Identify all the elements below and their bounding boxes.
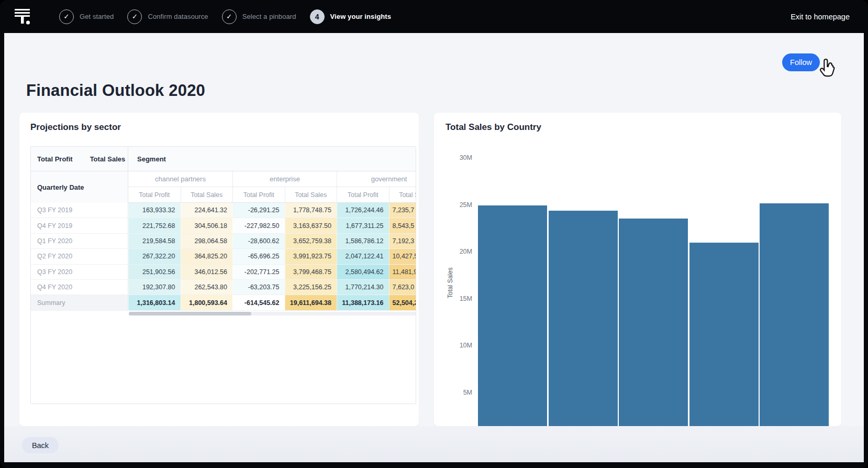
value-cell: 1,726,244.46 xyxy=(337,203,389,217)
value-cell: 262,543.80 xyxy=(181,280,233,295)
y-tick-20M: 20M xyxy=(441,248,472,255)
row-label: Q4 FY 2020 xyxy=(31,280,128,295)
value-cell: -26,291.25 xyxy=(232,203,285,217)
value-cell: 3,163,637.50 xyxy=(285,218,337,233)
exit-to-homepage-link[interactable]: Exit to homepage xyxy=(791,13,850,21)
y-tick-30M: 30M xyxy=(441,154,472,161)
value-cell: 7,192,3 xyxy=(389,234,417,248)
onboarding-top-bar: ✓Get started✓Confirm datasource✓Select a… xyxy=(0,0,868,33)
follow-button[interactable]: Follow xyxy=(782,53,820,71)
value-cell: 11,388,173.16 xyxy=(337,295,389,310)
step-number: 4 xyxy=(310,9,325,24)
table-row: Q3 FY 2020251,902.56346,012.56-202,771.2… xyxy=(31,265,416,280)
subheader-total-sales: Total Sales xyxy=(181,187,233,203)
value-cell: 7,623,0 xyxy=(389,280,417,295)
value-cell: 192,307.80 xyxy=(128,280,181,295)
value-cell: 163,933.32 xyxy=(128,203,181,217)
value-cell: 224,641.32 xyxy=(181,203,233,217)
measure-label-total-sales: Total Sales xyxy=(90,155,126,163)
step-label: Confirm datasource xyxy=(148,13,208,20)
bar-2[interactable] xyxy=(549,211,618,426)
table-row: Q1 FY 2020219,584.58298,064.58-28,600.62… xyxy=(31,234,416,249)
y-tick-5M: 5M xyxy=(441,389,472,396)
table-row: Q4 FY 2019221,752.68304,506.18-227,982.5… xyxy=(31,218,416,233)
measure-label-total-profit: Total Profit xyxy=(37,155,73,163)
y-tick-10M: 10M xyxy=(441,342,472,349)
thoughtspot-logo-icon xyxy=(15,8,30,25)
value-cell: 3,799,468.75 xyxy=(285,265,337,279)
subheader-total-profit: Total Profit xyxy=(128,187,181,203)
pivot-segment-header-cell: Segment xyxy=(128,147,416,171)
value-cell: -227,982.50 xyxy=(232,218,285,233)
bar-4[interactable] xyxy=(689,243,759,426)
page-title: Financial Outlook 2020 xyxy=(26,81,205,100)
step-3-select-a-pinboard[interactable]: ✓Select a pinboard xyxy=(222,9,296,24)
y-tick-15M: 15M xyxy=(441,295,472,302)
step-label: Get started xyxy=(80,13,114,20)
step-4-view-your-insights[interactable]: 4View your insights xyxy=(310,9,391,24)
value-cell: 219,584.58 xyxy=(128,234,181,248)
bar-3[interactable] xyxy=(619,219,688,426)
bar-5[interactable] xyxy=(760,203,829,426)
quarterly-date-label: Quarterly Date xyxy=(37,183,84,191)
segment-label: Segment xyxy=(137,155,166,163)
value-cell: 11,481,9 xyxy=(389,265,417,279)
y-tick-25M: 25M xyxy=(441,201,472,209)
value-cell: 1,778,748.75 xyxy=(285,203,337,217)
table-row: Q2 FY 2020267,322.20364,825.20-65,696.25… xyxy=(31,249,416,264)
row-label: Q2 FY 2020 xyxy=(31,249,128,264)
pivot-measures-header-row: Total Profit Total Sales Segment xyxy=(31,147,416,171)
table-row: Q3 FY 2019163,933.32224,641.32-26,291.25… xyxy=(31,203,416,218)
pivot-row-dimension-cell: Quarterly Date xyxy=(31,171,128,203)
step-check-icon: ✓ xyxy=(59,9,74,24)
row-label: Summary xyxy=(31,295,128,310)
step-label: Select a pinboard xyxy=(242,13,296,20)
group-header-government: government xyxy=(337,171,416,187)
value-cell: 364,825.20 xyxy=(181,249,233,264)
value-cell: 3,225,156.25 xyxy=(285,280,337,295)
group-header-channel-partners: channel partners xyxy=(128,171,232,187)
measure-subheader-row: Total ProfitTotal SalesTotal ProfitTotal… xyxy=(128,187,416,203)
pivot-column-header-row: Quarterly Date channel partnersenterpris… xyxy=(31,171,416,203)
row-label: Q1 FY 2020 xyxy=(31,234,128,248)
group-header-enterprise: enterprise xyxy=(232,171,337,187)
value-cell: 1,770,214.30 xyxy=(337,280,389,295)
step-2-confirm-datasource[interactable]: ✓Confirm datasource xyxy=(127,9,208,24)
pivot-measures-cell: Total Profit Total Sales xyxy=(31,147,128,171)
table-row: Q4 FY 2020192,307.80262,543.80-63,203.75… xyxy=(31,280,416,295)
pivot-card-title: Projections by sector xyxy=(30,122,121,133)
value-cell: -63,203.75 xyxy=(232,280,285,295)
value-cell: -28,600.62 xyxy=(232,234,285,248)
bar-chart-plot-area xyxy=(478,158,829,426)
app-window: ✓Get started✓Confirm datasource✓Select a… xyxy=(0,0,868,468)
value-cell: 346,012.56 xyxy=(181,265,233,279)
bar-1[interactable] xyxy=(478,205,547,426)
horizontal-scrollbar-track[interactable] xyxy=(129,312,416,315)
step-check-icon: ✓ xyxy=(222,9,237,24)
pivot-table: Total Profit Total Sales Segment Quarter… xyxy=(30,146,416,404)
back-button[interactable]: Back xyxy=(22,437,59,453)
value-cell: 1,316,803.14 xyxy=(128,295,181,310)
value-cell: 251,902.56 xyxy=(128,265,181,279)
value-cell: 52,504,2 xyxy=(389,295,417,310)
value-cell: -202,771.25 xyxy=(232,265,285,279)
horizontal-scrollbar-thumb[interactable] xyxy=(129,312,251,315)
chart-card-title: Total Sales by Country xyxy=(446,122,541,133)
value-cell: 3,652,759.38 xyxy=(285,234,337,248)
value-cell: 10,427,5 xyxy=(389,249,417,264)
value-cell: 19,611,694.38 xyxy=(285,295,337,310)
subheader-total-sales: Total Sales xyxy=(389,187,417,203)
value-cell: 2,580,494.62 xyxy=(337,265,389,279)
step-1-get-started[interactable]: ✓Get started xyxy=(59,9,114,24)
subheader-total-profit: Total Profit xyxy=(337,187,389,203)
value-cell: 2,047,122.41 xyxy=(337,249,389,264)
value-cell: -65,696.25 xyxy=(232,249,285,264)
step-indicator: ✓Get started✓Confirm datasource✓Select a… xyxy=(59,9,405,24)
summary-row: Summary1,316,803.141,800,593.64-614,545.… xyxy=(31,295,416,310)
card-projections-by-sector: Projections by sector Total Profit Total… xyxy=(19,113,419,426)
value-cell: 3,991,923.75 xyxy=(285,249,337,264)
row-label: Q4 FY 2019 xyxy=(31,218,128,233)
row-label: Q3 FY 2019 xyxy=(31,203,128,217)
value-cell: 304,506.18 xyxy=(181,218,233,233)
cursor-pointer-icon xyxy=(818,57,839,80)
